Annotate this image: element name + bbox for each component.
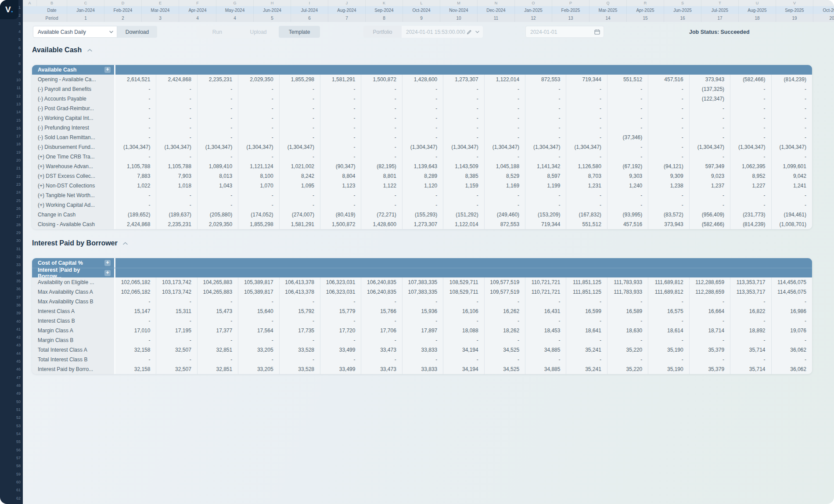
cell-value: 16,431 <box>525 306 566 316</box>
table-row: Opening - Available Ca...2,614,5212,424,… <box>32 75 812 84</box>
cell-value: 114,456,075 <box>771 277 812 287</box>
cell-value: 16,589 <box>607 306 648 316</box>
cell-value: 35,190 <box>648 364 689 374</box>
cell-value: 719,344 <box>525 220 566 229</box>
cell-value: (82,195) <box>361 162 402 171</box>
collapse-chevron-up-icon[interactable] <box>86 47 93 54</box>
row-number: 32 <box>12 254 21 259</box>
period-cell: 2 <box>104 14 142 22</box>
cell-value: - <box>197 191 238 200</box>
row-number: 34 <box>12 270 21 276</box>
table-row: Availability on Eligible ...102,065,1821… <box>32 277 812 287</box>
expand-columns-button[interactable]: + <box>104 270 111 276</box>
cell-value: - <box>115 335 156 345</box>
cell-value: 1,500,872 <box>320 220 361 229</box>
cell-value: - <box>156 355 197 364</box>
table-row: Max Availability Class B----------------… <box>32 297 812 306</box>
cell-value: - <box>484 191 525 200</box>
upload-button[interactable]: Upload <box>238 26 279 38</box>
month-cell: Jul-2024 <box>291 6 328 14</box>
run-button[interactable]: Run <box>197 26 238 38</box>
calendar-icon[interactable] <box>594 29 600 35</box>
cell-value: 8,385 <box>443 171 484 181</box>
column-letter: T <box>701 0 739 6</box>
cell-value: 33,473 <box>361 345 402 355</box>
table-header-row: Available Cash+ <box>32 65 812 75</box>
cell-value: (1,304,347) <box>197 142 238 152</box>
row-label: Availability on Eligible ... <box>32 277 115 287</box>
row-number: 28 <box>12 222 21 227</box>
cell-value: 17,564 <box>238 326 279 335</box>
row-number: 54 <box>12 431 21 436</box>
cell-value: 111,851,125 <box>566 287 607 297</box>
collapse-chevron-up-icon[interactable] <box>122 240 129 247</box>
cell-value: - <box>238 191 279 200</box>
row-number: 18 <box>12 141 21 147</box>
cell-value: - <box>484 133 525 142</box>
cell-value: - <box>607 84 648 94</box>
cell-value: - <box>361 335 402 345</box>
cell-value: - <box>238 113 279 123</box>
cell-value: 8,100 <box>238 171 279 181</box>
table-row: (-) Payroll and Benefits--------------(1… <box>32 84 812 94</box>
cell-value: 15,792 <box>279 306 320 316</box>
cell-value: (1,304,347) <box>238 142 279 152</box>
period-cell: 12 <box>515 14 552 22</box>
cell-value: - <box>525 335 566 345</box>
cell-value: - <box>484 113 525 123</box>
cell-value: - <box>689 316 730 326</box>
cell-value: 35,241 <box>566 364 607 374</box>
cell-value: - <box>279 200 320 210</box>
period-cell: 7 <box>328 14 366 22</box>
cell-value: (1,304,347) <box>525 142 566 152</box>
row-number: 57 <box>12 455 21 461</box>
cell-value: (122,347) <box>689 94 730 104</box>
cell-value: - <box>566 84 607 94</box>
template-button[interactable]: Template <box>279 26 320 38</box>
toolbar: Available Cash Daily Download Run Upload… <box>33 26 834 38</box>
app-logo[interactable]: V. <box>0 0 18 19</box>
row-label: Max Availability Class A <box>32 287 115 297</box>
cell-value: 36,062 <box>771 345 812 355</box>
expand-columns-button[interactable]: + <box>104 67 111 73</box>
cell-value: 8,952 <box>730 171 771 181</box>
cell-value: - <box>156 191 197 200</box>
cell-value: - <box>238 297 279 306</box>
cell-value: 18,088 <box>443 326 484 335</box>
row-number: 49 <box>12 391 21 396</box>
cell-value: (249,460) <box>484 210 525 220</box>
cell-value: 373,943 <box>648 220 689 229</box>
cell-value: 17,720 <box>320 326 361 335</box>
table-row: (+) Non-DST Collections1,0221,0181,0431,… <box>32 181 812 191</box>
cell-value: 9,303 <box>607 171 648 181</box>
edit-pencil-icon[interactable] <box>467 29 472 35</box>
column-letter: H <box>254 0 291 6</box>
expand-columns-button[interactable]: + <box>104 260 111 266</box>
cell-value: (814,239) <box>730 220 771 229</box>
portfolio-run-select[interactable]: 2024-01-01 15:53:00.000 <box>402 26 483 38</box>
row-number: 9 <box>12 69 21 75</box>
month-cell: Jan-2024 <box>67 6 104 14</box>
column-letter: B <box>37 0 67 6</box>
row-number: 13 <box>12 101 21 107</box>
cell-value: 34,885 <box>525 345 566 355</box>
cell-value: 2,424,868 <box>115 220 156 229</box>
as-of-date-input[interactable]: 2024-01-01 <box>525 26 604 38</box>
period-cell: 4 <box>179 14 216 22</box>
cell-value: - <box>320 104 361 113</box>
download-label: Download <box>126 29 149 35</box>
period-cell: 4 <box>216 14 254 22</box>
row-number: 48 <box>12 383 21 388</box>
row-number: 27 <box>12 214 21 219</box>
row-number: 58 <box>12 463 21 468</box>
cell-value: - <box>566 94 607 104</box>
cell-value: - <box>607 142 648 152</box>
report-select[interactable]: Available Cash Daily <box>33 26 117 38</box>
row-label: (+) Tangible Net Worth... <box>32 191 115 200</box>
table-row: Interest Class B----------------- <box>32 316 812 326</box>
row-number: 60 <box>12 479 21 485</box>
download-button[interactable]: Download <box>117 26 157 38</box>
row-number: 19 <box>12 150 21 155</box>
cell-value: 17,010 <box>115 326 156 335</box>
row-number: 30 <box>12 238 21 243</box>
